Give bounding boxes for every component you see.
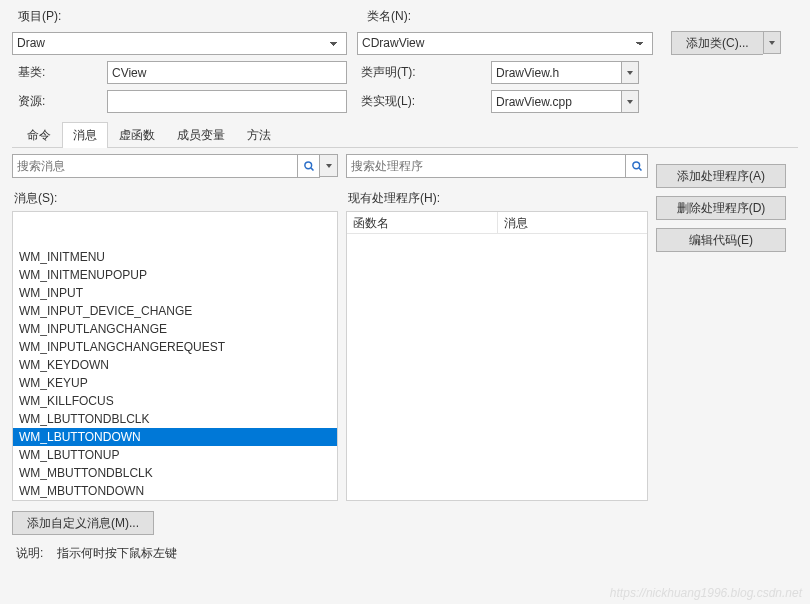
list-item[interactable]: WM_MBUTTONDOWN	[13, 482, 337, 500]
classname-select[interactable]: CDrawView	[357, 32, 653, 55]
resource-field[interactable]	[107, 90, 347, 113]
classdecl-label: 类声明(T):	[361, 64, 491, 81]
list-item[interactable]: WM_LBUTTONUP	[13, 446, 337, 464]
search-icon[interactable]	[626, 154, 648, 178]
list-item[interactable]: WM_KEYUP	[13, 374, 337, 392]
description-text: 指示何时按下鼠标左键	[57, 546, 177, 560]
search-icon[interactable]	[298, 154, 320, 178]
edit-code-button[interactable]: 编辑代码(E)	[656, 228, 786, 252]
svg-line-1	[310, 168, 313, 171]
col-func: 函数名	[347, 212, 498, 233]
search-messages-input[interactable]	[12, 154, 298, 178]
classimpl-label: 类实现(L):	[361, 93, 491, 110]
search-messages-dropdown[interactable]	[320, 154, 338, 177]
list-item[interactable]: WM_LBUTTONDOWN	[13, 428, 337, 446]
col-msg: 消息	[498, 212, 648, 233]
list-item[interactable]: WM_INPUT	[13, 284, 337, 302]
classimpl-field[interactable]	[491, 90, 621, 113]
add-handler-button[interactable]: 添加处理程序(A)	[656, 164, 786, 188]
project-label: 项目(P):	[12, 8, 107, 25]
tab-方法[interactable]: 方法	[236, 122, 282, 148]
description-label: 说明:	[16, 546, 43, 560]
list-item[interactable]: WM_INPUTLANGCHANGE	[13, 320, 337, 338]
list-item[interactable]: WM_INPUT_DEVICE_CHANGE	[13, 302, 337, 320]
baseclass-label: 基类:	[12, 64, 107, 81]
svg-point-2	[632, 162, 639, 169]
classdecl-dropdown[interactable]	[621, 61, 639, 84]
list-item[interactable]: WM_LBUTTONDBLCLK	[13, 410, 337, 428]
handlers-table[interactable]: 函数名 消息	[346, 211, 648, 501]
watermark-text: https://nickhuang1996.blog.csdn.net	[610, 586, 802, 600]
tab-虚函数[interactable]: 虚函数	[108, 122, 166, 148]
add-custom-message-button[interactable]: 添加自定义消息(M)...	[12, 511, 154, 535]
classimpl-dropdown[interactable]	[621, 90, 639, 113]
list-item[interactable]: WM_INITMENUPOPUP	[13, 266, 337, 284]
messages-section-label: 消息(S):	[14, 190, 338, 207]
handlers-section-label: 现有处理程序(H):	[348, 190, 648, 207]
delete-handler-button[interactable]: 删除处理程序(D)	[656, 196, 786, 220]
baseclass-field[interactable]	[107, 61, 347, 84]
messages-listbox[interactable]: WM_INITMENUWM_INITMENUPOPUPWM_INPUTWM_IN…	[12, 211, 338, 501]
list-item[interactable]: WM_INPUTLANGCHANGEREQUEST	[13, 338, 337, 356]
svg-point-0	[304, 162, 311, 169]
list-item[interactable]: WM_KEYDOWN	[13, 356, 337, 374]
resource-label: 资源:	[12, 93, 107, 110]
tab-成员变量[interactable]: 成员变量	[166, 122, 236, 148]
list-item[interactable]: WM_KILLFOCUS	[13, 392, 337, 410]
tab-命令[interactable]: 命令	[16, 122, 62, 148]
list-item[interactable]: WM_INITMENU	[13, 248, 337, 266]
tab-消息[interactable]: 消息	[62, 122, 108, 148]
add-class-dropdown[interactable]	[763, 31, 781, 54]
svg-line-3	[638, 168, 641, 171]
tab-bar: 命令消息虚函数成员变量方法	[12, 121, 798, 148]
add-class-button[interactable]: 添加类(C)...	[671, 31, 763, 55]
classname-label: 类名(N):	[361, 8, 421, 25]
project-select[interactable]: Draw	[12, 32, 347, 55]
list-item[interactable]: WM_MBUTTONDBLCLK	[13, 464, 337, 482]
classdecl-field[interactable]	[491, 61, 621, 84]
search-handlers-input[interactable]	[346, 154, 626, 178]
